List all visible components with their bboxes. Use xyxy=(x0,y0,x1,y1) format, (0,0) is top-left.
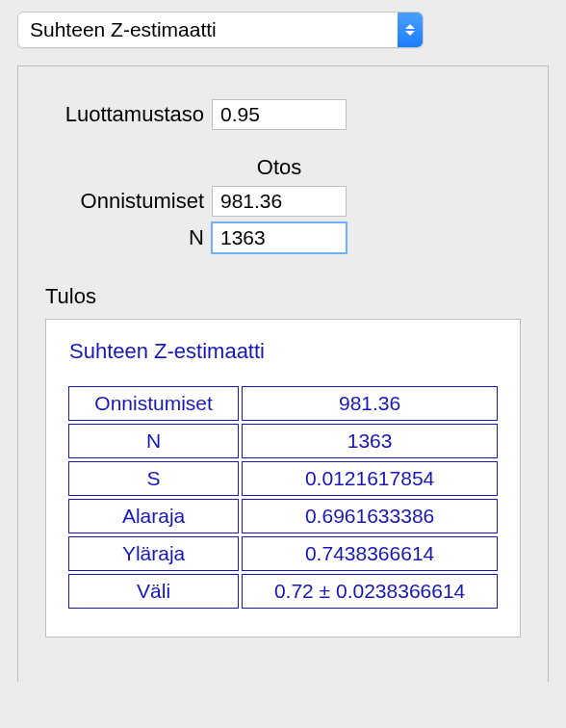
table-row: S0.0121617854 xyxy=(68,461,498,496)
result-title: Suhteen Z-estimaatti xyxy=(65,339,501,364)
method-dropdown[interactable]: Suhteen Z-estimaatti xyxy=(17,12,424,48)
table-row: Onnistumiset981.36 xyxy=(68,386,498,421)
result-section-label: Tulos xyxy=(45,284,521,309)
result-box: Suhteen Z-estimaatti Onnistumiset981.36 … xyxy=(45,319,521,637)
method-dropdown-value: Suhteen Z-estimaatti xyxy=(18,13,398,47)
table-row: N1363 xyxy=(68,424,498,458)
confidence-label: Luottamustaso xyxy=(45,102,212,127)
sample-column-header: Otos xyxy=(212,155,347,180)
confidence-input[interactable] xyxy=(212,99,347,130)
successes-input[interactable] xyxy=(212,186,347,217)
table-row: Alaraja0.6961633386 xyxy=(68,499,498,533)
chevron-up-down-icon xyxy=(398,13,423,47)
main-panel: Luottamustaso Otos Onnistumiset N Tulos … xyxy=(17,65,549,682)
table-row: Yläraja0.7438366614 xyxy=(68,536,498,571)
table-row: Väli0.72 ± 0.0238366614 xyxy=(68,574,498,609)
result-table: Onnistumiset981.36 N1363 S0.0121617854 A… xyxy=(65,383,501,611)
n-input[interactable] xyxy=(212,222,347,253)
successes-label: Onnistumiset xyxy=(45,189,212,214)
n-label: N xyxy=(45,225,212,250)
